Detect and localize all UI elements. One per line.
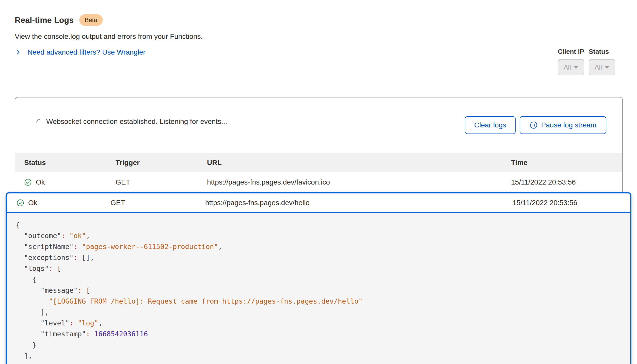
caret-down-icon xyxy=(605,66,609,69)
wrangler-link-label: Need advanced filters? Use Wrangler xyxy=(27,48,146,56)
url-cell: https://pages-fns.pages.dev/favicon.ico xyxy=(207,178,511,186)
column-header-status: Status xyxy=(24,159,116,167)
status-filter-group: Status All xyxy=(589,48,615,75)
pause-log-stream-button[interactable]: Pause log stream xyxy=(520,116,606,134)
caret-down-icon xyxy=(574,66,578,69)
page-header: Real-time Logs Beta xyxy=(15,14,103,26)
spinner-icon xyxy=(36,119,42,125)
chevron-right-icon xyxy=(15,49,21,56)
check-circle-icon xyxy=(17,199,24,207)
beta-badge: Beta xyxy=(79,14,102,26)
status-value: All xyxy=(595,63,602,71)
wrangler-link[interactable]: Need advanced filters? Use Wrangler xyxy=(15,48,146,56)
column-header-time: Time xyxy=(511,159,622,167)
websocket-status-message: Websocket connection established. Listen… xyxy=(46,118,227,126)
url-cell: https://pages-fns.pages.dev/hello xyxy=(205,199,513,207)
pause-circle-icon xyxy=(530,121,538,129)
status-cell: Ok xyxy=(17,199,110,207)
table-header: Status Trigger URL Time xyxy=(15,153,622,172)
column-header-trigger: Trigger xyxy=(116,159,207,167)
status-value: Ok xyxy=(28,199,37,207)
time-cell: 15/11/2022 20:53:56 xyxy=(513,199,630,207)
client-ip-value: All xyxy=(564,63,571,71)
table-row[interactable]: Ok GET https://pages-fns.pages.dev/favic… xyxy=(15,172,622,192)
expanded-log-entry: Ok GET https://pages-fns.pages.dev/hello… xyxy=(6,192,631,364)
trigger-cell: GET xyxy=(110,199,205,207)
websocket-status-row: Websocket connection established. Listen… xyxy=(36,118,227,126)
trigger-cell: GET xyxy=(116,178,207,186)
status-dropdown[interactable]: All xyxy=(589,59,615,75)
status-cell: Ok xyxy=(24,178,116,186)
clear-logs-button[interactable]: Clear logs xyxy=(465,116,516,134)
column-header-url: URL xyxy=(207,159,511,167)
status-value: Ok xyxy=(36,178,45,186)
page-title: Real-time Logs xyxy=(15,15,74,25)
status-label: Status xyxy=(589,48,615,56)
check-circle-icon xyxy=(24,178,32,186)
client-ip-label: Client IP xyxy=(558,48,584,56)
page-subtitle: View the console.log output and errors f… xyxy=(15,32,203,41)
table-row-expanded[interactable]: Ok GET https://pages-fns.pages.dev/hello… xyxy=(7,193,630,213)
time-cell: 15/11/2022 20:53:56 xyxy=(511,178,622,186)
log-json: { "outcome": "ok", "scriptName": "pages-… xyxy=(7,213,630,361)
client-ip-dropdown[interactable]: All xyxy=(558,59,584,75)
client-ip-filter-group: Client IP All xyxy=(558,48,584,75)
